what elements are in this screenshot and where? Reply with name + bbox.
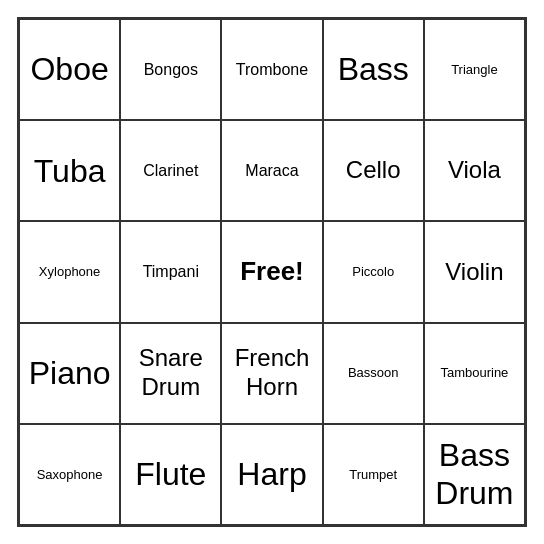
bingo-cell-7: Maraca <box>221 120 322 221</box>
cell-label-9: Viola <box>448 156 501 185</box>
cell-label-15: Piano <box>29 354 111 392</box>
cell-label-7: Maraca <box>245 161 298 180</box>
bingo-cell-11: Timpani <box>120 221 221 322</box>
cell-label-0: Oboe <box>30 50 108 88</box>
bingo-cell-19: Tambourine <box>424 323 525 424</box>
bingo-cell-22: Harp <box>221 424 322 525</box>
bingo-cell-10: Xylophone <box>19 221 120 322</box>
bingo-cell-1: Bongos <box>120 19 221 120</box>
cell-label-1: Bongos <box>144 60 198 79</box>
bingo-cell-8: Cello <box>323 120 424 221</box>
bingo-cell-16: SnareDrum <box>120 323 221 424</box>
cell-label-17: FrenchHorn <box>235 344 310 402</box>
cell-label-16: SnareDrum <box>139 344 203 402</box>
cell-label-22: Harp <box>237 455 306 493</box>
bingo-board: OboeBongosTromboneBassTriangleTubaClarin… <box>17 17 527 527</box>
cell-label-20: Saxophone <box>37 467 103 483</box>
bingo-cell-12: Free! <box>221 221 322 322</box>
bingo-cell-0: Oboe <box>19 19 120 120</box>
bingo-cell-9: Viola <box>424 120 525 221</box>
bingo-cell-5: Tuba <box>19 120 120 221</box>
bingo-cell-23: Trumpet <box>323 424 424 525</box>
cell-label-5: Tuba <box>34 152 106 190</box>
cell-label-10: Xylophone <box>39 264 100 280</box>
bingo-cell-20: Saxophone <box>19 424 120 525</box>
cell-label-13: Piccolo <box>352 264 394 280</box>
bingo-cell-2: Trombone <box>221 19 322 120</box>
cell-label-2: Trombone <box>236 60 308 79</box>
cell-label-11: Timpani <box>143 262 199 281</box>
bingo-cell-15: Piano <box>19 323 120 424</box>
bingo-cell-4: Triangle <box>424 19 525 120</box>
bingo-cell-13: Piccolo <box>323 221 424 322</box>
cell-label-12: Free! <box>240 256 304 287</box>
cell-label-24: BassDrum <box>435 436 513 513</box>
cell-label-23: Trumpet <box>349 467 397 483</box>
cell-label-8: Cello <box>346 156 401 185</box>
cell-label-3: Bass <box>338 50 409 88</box>
cell-label-6: Clarinet <box>143 161 198 180</box>
bingo-cell-24: BassDrum <box>424 424 525 525</box>
cell-label-21: Flute <box>135 455 206 493</box>
cell-label-18: Bassoon <box>348 365 399 381</box>
cell-label-4: Triangle <box>451 62 497 78</box>
bingo-cell-14: Violin <box>424 221 525 322</box>
bingo-cell-3: Bass <box>323 19 424 120</box>
bingo-cell-6: Clarinet <box>120 120 221 221</box>
cell-label-14: Violin <box>445 258 503 287</box>
bingo-cell-18: Bassoon <box>323 323 424 424</box>
cell-label-19: Tambourine <box>440 365 508 381</box>
bingo-cell-17: FrenchHorn <box>221 323 322 424</box>
bingo-cell-21: Flute <box>120 424 221 525</box>
